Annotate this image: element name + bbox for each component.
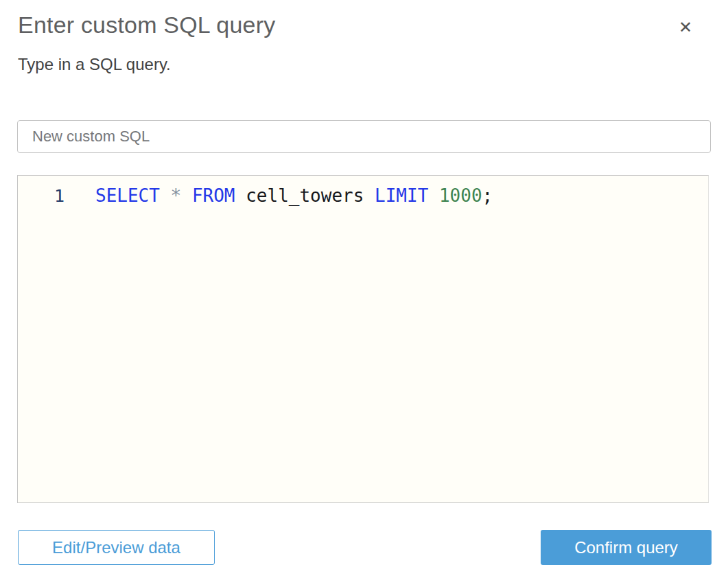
sql-token-plain [364, 185, 375, 206]
page-title: Enter custom SQL query [18, 11, 712, 39]
code-line: 1 SELECT * FROM cell_towers LIMIT 1000; [18, 184, 708, 208]
edit-preview-data-button[interactable]: Edit/Preview data [18, 530, 215, 565]
sql-token-punct: ; [482, 185, 493, 206]
sql-token-plain [235, 185, 246, 206]
dialog-subtitle: Type in a SQL query. [18, 54, 728, 74]
confirm-query-button[interactable]: Confirm query [541, 530, 712, 565]
sql-token-keyword: LIMIT [375, 185, 428, 206]
sql-token-plain [160, 185, 171, 206]
sql-token-number: 1000 [439, 185, 482, 206]
sql-token-keyword: FROM [192, 185, 235, 206]
sql-token-identifier: cell_towers [246, 185, 364, 206]
sql-code-line: SELECT * FROM cell_towers LIMIT 1000; [64, 184, 493, 207]
dialog-footer: Edit/Preview data Confirm query [18, 530, 712, 565]
query-name-input[interactable] [17, 120, 711, 153]
sql-editor[interactable]: 1 SELECT * FROM cell_towers LIMIT 1000; [17, 175, 709, 503]
sql-token-operator: * [171, 185, 182, 206]
sql-token-keyword: SELECT [95, 185, 160, 206]
custom-sql-dialog: Enter custom SQL query ✕ Type in a SQL q… [0, 11, 728, 565]
sql-token-plain [181, 185, 192, 206]
dialog-header: Enter custom SQL query ✕ [18, 11, 712, 39]
close-icon[interactable]: ✕ [677, 18, 694, 37]
line-number: 1 [18, 185, 64, 208]
sql-token-plain [428, 185, 439, 206]
